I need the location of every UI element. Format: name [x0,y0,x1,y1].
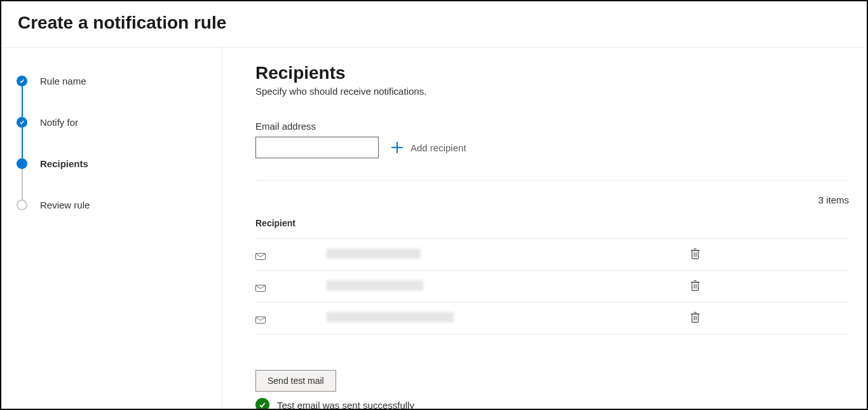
wizard-sidebar: Rule nameNotify forRecipientsReview rule [1,48,222,410]
recipient-email [327,280,688,293]
add-recipient-label: Add recipient [410,142,466,153]
status-message: Test email was sent successfully [277,400,414,411]
main-layout: Rule nameNotify forRecipientsReview rule… [1,48,867,410]
content-area: Recipients Specify who should receive no… [222,48,867,410]
table-row [255,271,849,303]
checkmark-icon [17,76,27,86]
wizard-step-review-rule[interactable]: Review rule [17,200,207,210]
wizard-step-notify-for[interactable]: Notify for [17,117,207,158]
mail-icon [255,251,266,258]
mail-icon [255,283,266,290]
email-label: Email address [255,121,849,132]
recipients-table: Recipient [255,218,849,334]
mail-icon [255,315,266,322]
checkmark-icon [17,117,27,128]
recipient-email [327,249,688,261]
table-row [255,303,849,334]
success-check-icon [255,398,269,410]
recipient-email [327,312,688,325]
page-title: Create a notification rule [18,13,850,33]
wizard-step-recipients[interactable]: Recipients [17,158,207,200]
content-subtitle: Specify who should receive notifications… [255,86,849,97]
svg-rect-13 [692,314,698,322]
status-row: Test email was sent successfully [255,398,849,410]
send-test-mail-button[interactable]: Send test mail [255,370,336,392]
step-label: Rule name [40,76,86,86]
svg-rect-7 [692,282,698,290]
section-divider [255,180,849,181]
page-header: Create a notification rule [1,1,867,48]
table-row [255,239,849,271]
table-header-recipient: Recipient [255,218,849,239]
step-dot-icon [17,200,27,210]
plus-icon [391,142,403,153]
svg-rect-1 [692,250,698,259]
step-dot-icon [17,158,27,169]
delete-recipient-button[interactable] [688,245,703,264]
add-recipient-button[interactable]: Add recipient [391,142,466,153]
wizard-step-rule-name[interactable]: Rule name [17,76,207,117]
delete-recipient-button[interactable] [688,277,703,296]
delete-recipient-button[interactable] [688,309,703,327]
step-label: Notify for [40,117,78,128]
step-label: Recipients [40,158,88,169]
email-input[interactable] [255,137,379,158]
content-title: Recipients [255,63,849,83]
step-label: Review rule [40,200,90,210]
steps-list: Rule nameNotify forRecipientsReview rule [17,76,207,210]
items-count: 3 items [255,195,849,205]
email-field-block: Email address Add recipient [255,121,849,158]
